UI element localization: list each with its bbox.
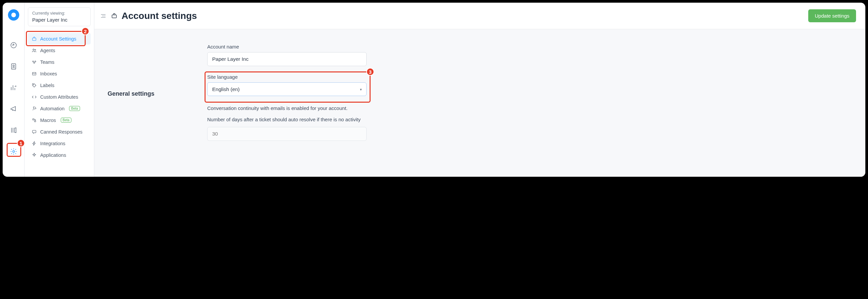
settings-sidebar: Currently viewing: Paper Layer Inc Accou… (25, 3, 94, 177)
briefcase-icon (110, 12, 118, 20)
currently-viewing-label: Currently viewing: (32, 11, 86, 16)
nav-item-labels[interactable]: Labels (28, 80, 91, 91)
nav-item-label: Integrations (40, 141, 65, 146)
toggle-sidebar-button[interactable] (100, 12, 107, 20)
contacts-icon[interactable] (7, 60, 20, 73)
nav-item-label: Custom Attributes (40, 94, 78, 100)
svg-rect-15 (112, 14, 116, 18)
svg-rect-10 (32, 72, 36, 75)
rocket-icon (31, 106, 37, 111)
settings-nav-list: Account Settings Agents Teams Inboxes La… (28, 33, 91, 161)
callout-3-badge: 3 (366, 68, 374, 76)
svg-point-3 (12, 150, 14, 152)
nav-item-agents[interactable]: Agents (28, 44, 91, 56)
inbox-icon (31, 71, 37, 77)
svg-point-11 (33, 84, 34, 85)
nav-item-label: Labels (40, 83, 55, 88)
nav-item-applications[interactable]: Applications (28, 149, 91, 161)
nav-item-integrations[interactable]: Integrations (28, 138, 91, 149)
nav-item-label: Applications (40, 152, 66, 158)
svg-point-0 (11, 42, 16, 48)
help-center-icon[interactable] (7, 124, 20, 137)
nav-item-label: Canned Responses (40, 129, 82, 134)
nav-item-label: Teams (40, 59, 55, 65)
reports-icon[interactable] (7, 81, 20, 94)
svg-point-5 (33, 49, 34, 50)
section-general-label: General settings (107, 44, 207, 162)
main-header: Account settings Update settings (94, 3, 865, 29)
svg-rect-14 (32, 130, 36, 132)
nav-item-label: Macros (40, 118, 56, 123)
nav-item-label: Account Settings (40, 36, 76, 41)
primary-nav-rail: 1 (3, 3, 25, 177)
conversations-icon[interactable] (7, 38, 20, 52)
nav-item-macros[interactable]: Macros Beta (28, 114, 91, 126)
auto-resolve-days-input[interactable] (207, 127, 367, 141)
beta-badge: Beta (61, 118, 72, 123)
svg-point-7 (33, 61, 34, 62)
svg-point-2 (12, 65, 14, 67)
agents-icon (31, 48, 37, 53)
nav-item-canned-responses[interactable]: Canned Responses (28, 126, 91, 138)
nav-item-label: Agents (40, 48, 55, 53)
account-name-label: Account name (207, 44, 367, 50)
nav-item-account-settings[interactable]: Account Settings (28, 33, 91, 44)
settings-icon[interactable] (7, 145, 20, 158)
teams-icon (31, 59, 37, 65)
account-name-group: Account name (207, 44, 367, 66)
svg-point-9 (34, 62, 34, 63)
nav-item-automation[interactable]: Automation Beta (28, 103, 91, 114)
nav-item-label: Automation (40, 106, 64, 111)
nav-item-inboxes[interactable]: Inboxes (28, 68, 91, 80)
code-icon (31, 94, 37, 100)
continuity-hint: Conversation continuity with emails is e… (207, 104, 367, 113)
nav-item-label: Inboxes (40, 71, 57, 77)
main-body: General settings Account name Site langu… (94, 29, 865, 177)
bolt-icon (31, 141, 37, 146)
chat-icon (31, 129, 37, 134)
nav-item-teams[interactable]: Teams (28, 56, 91, 68)
macro-icon (31, 117, 37, 123)
svg-rect-4 (32, 38, 36, 40)
main-panel: Account settings Update settings General… (94, 3, 865, 177)
svg-rect-13 (34, 120, 35, 122)
svg-rect-12 (33, 119, 34, 120)
currently-viewing-card[interactable]: Currently viewing: Paper Layer Inc (28, 7, 91, 26)
nav-item-custom-attributes[interactable]: Custom Attributes (28, 91, 91, 103)
tag-icon (31, 82, 37, 88)
currently-viewing-value: Paper Layer Inc (32, 17, 86, 23)
app-frame: 1 Currently viewing: Paper Layer Inc Acc… (3, 3, 865, 177)
site-language-select[interactable]: English (en) (207, 82, 367, 96)
campaigns-icon[interactable] (7, 102, 20, 116)
general-settings-form: Account name Site language English (en) … (207, 44, 367, 162)
svg-point-8 (34, 61, 35, 62)
briefcase-icon (31, 36, 37, 41)
account-name-input[interactable] (207, 52, 367, 66)
app-logo[interactable] (8, 9, 19, 21)
sparkle-icon (31, 152, 37, 158)
site-language-group: Site language English (en) 3 (207, 74, 367, 96)
page-title: Account settings (122, 11, 197, 21)
beta-badge: Beta (69, 106, 80, 111)
auto-resolve-hint: Number of days after a ticket should aut… (207, 115, 367, 124)
site-language-label: Site language (207, 74, 367, 80)
svg-point-6 (34, 49, 35, 50)
update-settings-button[interactable]: Update settings (808, 9, 856, 22)
